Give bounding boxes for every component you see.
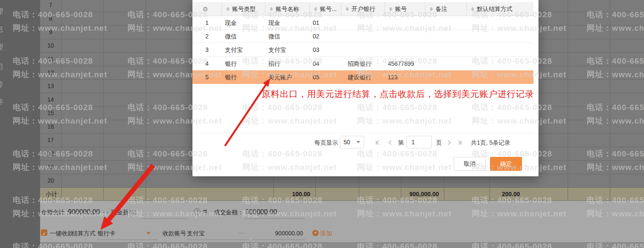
one-key-receipt-label: 一键收款: [50, 230, 73, 237]
grid-line: [103, 0, 104, 201]
subtotal-row: 小计 100.00 900,000.00 200.00: [40, 187, 644, 201]
column-header-name[interactable]: 账号名称: [265, 2, 309, 16]
account-cell: 04: [313, 60, 319, 67]
row-number: 10: [40, 42, 61, 49]
account-row[interactable]: 2微信微信02: [192, 30, 533, 43]
pagination-summary: 共1页, 5条记录: [471, 139, 510, 147]
subtotal-value: 900,000.00: [409, 191, 439, 197]
row-number: 8: [40, 15, 61, 22]
sort-icon[interactable]: [430, 7, 433, 11]
row-number: 15: [40, 110, 61, 116]
account-cell: 4: [192, 60, 222, 67]
column-header-code[interactable]: 账号...: [309, 2, 341, 16]
table-settings-cell[interactable]: ⚙: [192, 2, 222, 16]
per-page-label: 每页显示: [314, 139, 338, 147]
column-header-type[interactable]: 账号类型: [222, 2, 265, 16]
column-header-bank[interactable]: 开户银行: [341, 2, 384, 16]
first-page-icon[interactable]: [375, 139, 382, 146]
chevron-down-icon[interactable]: [146, 232, 151, 235]
one-key-receipt-checkbox[interactable]: ✓: [41, 229, 47, 236]
account-cell: 123: [388, 74, 398, 81]
grid-line: [610, 0, 610, 201]
account-cell: 03: [313, 46, 319, 53]
settle-method-value[interactable]: 银行卡: [97, 230, 115, 237]
account-row[interactable]: 1现金现金01: [192, 16, 533, 30]
account-cell: 支付宝: [268, 46, 286, 54]
sort-icon[interactable]: [389, 7, 393, 11]
sidebar-item[interactable]: 息: [0, 25, 3, 34]
left-sidebar: 理息理司导件: [0, 0, 40, 248]
account-cell: 建设银行: [348, 74, 371, 81]
prev-page-icon[interactable]: [387, 139, 394, 146]
account-cell: 现金: [225, 19, 237, 27]
page-number-input[interactable]: 1: [406, 136, 432, 148]
sidebar-item[interactable]: 导: [0, 81, 3, 89]
help-icon[interactable]: ?: [194, 208, 200, 215]
sort-icon[interactable]: [226, 7, 230, 11]
add-row-button[interactable]: 添加: [320, 230, 332, 237]
grid-line: [568, 0, 568, 201]
account-row[interactable]: 4银行招行04招商银行45677899: [192, 57, 533, 70]
account-cell: 微信: [225, 33, 237, 40]
account-cell: 美元账户: [268, 74, 292, 81]
sidebar-item[interactable]: 理: [0, 43, 3, 51]
amount-total-label: 金额合计：: [41, 209, 70, 216]
cash-discount-label: 现金折扣:: [111, 209, 136, 216]
account-cell: 微信: [268, 33, 280, 40]
account-row[interactable]: 5银行美元账户05建设银行123: [192, 70, 533, 84]
confirm-button[interactable]: 确定: [490, 157, 522, 171]
subtotal-value: 100.00: [292, 191, 310, 197]
sort-icon[interactable]: [270, 7, 273, 11]
grid-line: [61, 0, 62, 201]
sort-icon[interactable]: [346, 7, 349, 11]
receipt-account-underline: [187, 240, 249, 240]
pagination-divider: [192, 133, 533, 133]
totals-panel: 金额合计： 900000.00 — 现金折扣: ? = 成交金额： 900000…: [40, 201, 644, 242]
grid-line: [315, 174, 316, 201]
deal-amount-value: 900000.00: [245, 208, 277, 216]
account-cell: 银行: [225, 60, 237, 68]
row-number: 13: [40, 83, 61, 89]
column-header-default-method[interactable]: 默认结算方式: [466, 2, 533, 16]
account-row[interactable]: 3支付宝支付宝03: [192, 43, 533, 57]
row-number: 20: [40, 177, 61, 184]
gear-icon[interactable]: ⚙: [203, 5, 208, 13]
account-cell: 现金: [268, 19, 280, 27]
column-header-note[interactable]: 备注: [425, 2, 466, 16]
add-icon[interactable]: +: [312, 230, 319, 236]
next-page-icon[interactable]: [446, 139, 452, 146]
account-cell: 招商银行: [348, 60, 371, 68]
account-cell: 1: [192, 19, 222, 26]
row-number: 18: [40, 150, 61, 157]
row-number: 16: [40, 123, 61, 130]
account-cell: 银行: [225, 74, 237, 81]
account-cell: 01: [313, 19, 319, 26]
amount-total-value: 900000.00: [68, 208, 100, 216]
sort-icon[interactable]: [314, 7, 318, 11]
sidebar-item[interactable]: 理: [0, 7, 3, 16]
subtotal-label: 小计: [46, 191, 57, 198]
sidebar-item[interactable]: 件: [0, 98, 3, 106]
ellipsis-picker-icon[interactable]: ···: [238, 230, 245, 237]
account-cell: 2: [192, 33, 222, 40]
account-cell: 05: [313, 74, 319, 81]
sort-icon[interactable]: [471, 7, 475, 11]
settle-method-underline: [97, 240, 158, 240]
sidebar-item[interactable]: 司: [0, 63, 3, 71]
cancel-button[interactable]: 取消: [454, 157, 486, 171]
per-page-select[interactable]: 50: [340, 136, 364, 148]
last-page-icon[interactable]: [456, 139, 463, 146]
cash-discount-input[interactable]: [141, 218, 188, 219]
receipt-amount-value[interactable]: 900000.00: [251, 230, 303, 237]
page-prefix: 第: [398, 139, 404, 147]
chevron-down-icon: [356, 141, 360, 143]
bottom-strip: [40, 242, 644, 248]
column-header-account[interactable]: 账号: [384, 2, 425, 16]
row-number: 7: [40, 2, 61, 8]
account-cell: 3: [192, 46, 222, 53]
receipt-account-label: 收款账号: [162, 230, 186, 237]
row-number: 11: [40, 56, 61, 62]
receipt-account-value[interactable]: 支付宝: [187, 230, 205, 237]
account-cell: 45677899: [388, 60, 414, 67]
check-icon: ✓: [42, 231, 46, 236]
